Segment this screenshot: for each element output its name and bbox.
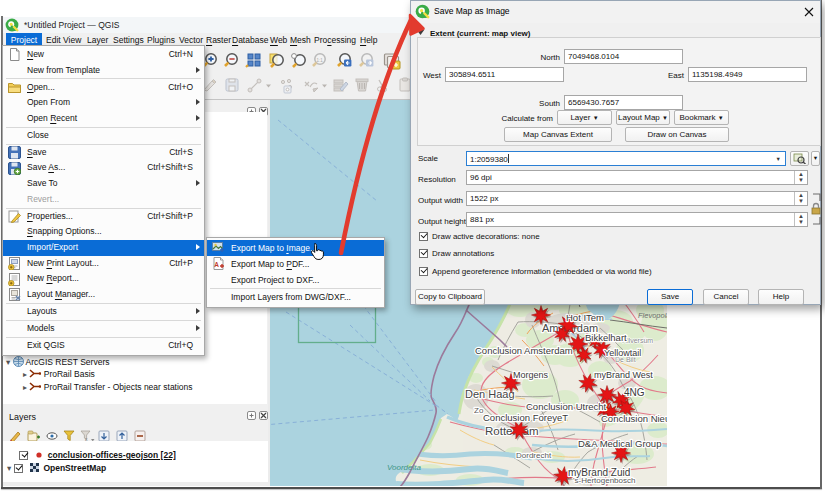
svg-text:A: A bbox=[214, 260, 219, 267]
svg-text:Conclusion Utrecht: Conclusion Utrecht bbox=[526, 401, 607, 412]
svg-text:Yellowtail: Yellowtail bbox=[604, 348, 641, 358]
svg-text:D&A Medical Group: D&A Medical Group bbox=[578, 438, 661, 449]
svg-text:1:1: 1:1 bbox=[317, 58, 324, 63]
svg-text:Morgens: Morgens bbox=[513, 370, 549, 380]
svg-text:Dordrecht: Dordrecht bbox=[516, 451, 552, 460]
svg-text:myBrand West: myBrand West bbox=[594, 370, 653, 380]
svg-text:Voordelta: Voordelta bbox=[387, 463, 422, 472]
svg-text:Conclusion Nieu: Conclusion Nieu bbox=[601, 413, 667, 424]
svg-text:Bikkelhart: Bikkelhart bbox=[585, 332, 627, 343]
svg-text:Conclusion Amsterdam: Conclusion Amsterdam bbox=[475, 345, 573, 356]
svg-text:Flevopola: Flevopola bbox=[638, 311, 667, 320]
svg-text:Hot ITem: Hot ITem bbox=[566, 312, 604, 323]
svg-text:4NG: 4NG bbox=[624, 387, 645, 398]
svg-text:Conclusion ForeyeT: Conclusion ForeyeT bbox=[483, 412, 568, 423]
svg-text:myBrand Zuid: myBrand Zuid bbox=[568, 467, 630, 478]
